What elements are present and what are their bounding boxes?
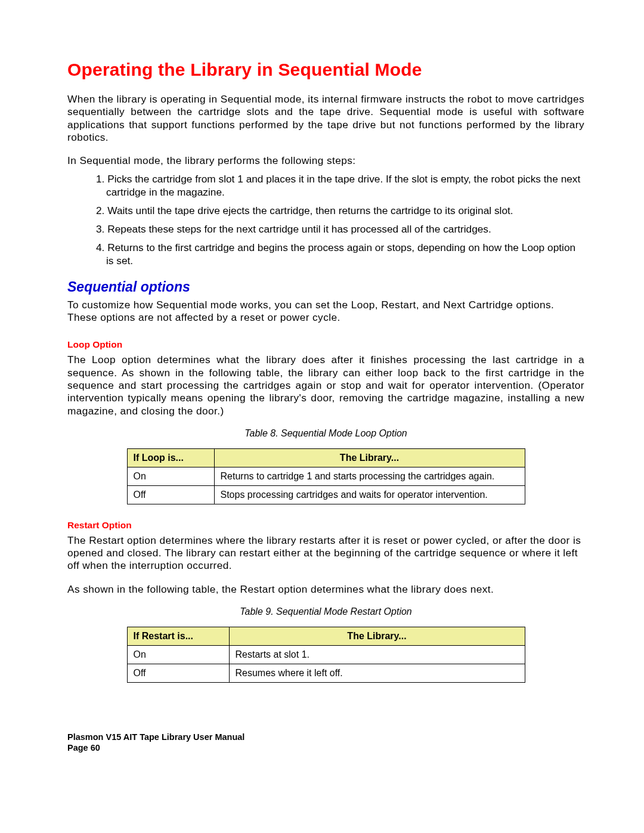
- intro-paragraph-2: In Sequential mode, the library performs…: [67, 154, 584, 167]
- table-8-caption: Table 8. Sequential Mode Loop Option: [67, 428, 584, 439]
- step-item: 1. Picks the cartridge from slot 1 and p…: [96, 173, 584, 199]
- table-cell: Stops processing cartridges and waits fo…: [214, 485, 525, 504]
- restart-option-heading: Restart Option: [67, 520, 584, 531]
- restart-option-text-1: The Restart option determines where the …: [67, 534, 584, 572]
- table-9-header-2: The Library...: [229, 627, 525, 645]
- sequential-options-heading: Sequential options: [67, 279, 584, 295]
- table-9-header-1: If Restart is...: [127, 627, 229, 645]
- table-cell: On: [127, 467, 214, 485]
- table-8-header-1: If Loop is...: [127, 448, 214, 467]
- table-row: On Restarts at slot 1.: [127, 645, 525, 664]
- table-cell: Returns to cartridge 1 and starts proces…: [214, 467, 525, 485]
- table-cell: Off: [127, 485, 214, 504]
- intro-paragraph-1: When the library is operating in Sequent…: [67, 93, 584, 144]
- sequential-options-intro: To customize how Sequential mode works, …: [67, 299, 584, 324]
- table-cell: On: [127, 645, 229, 664]
- table-row: Off Resumes where it left off.: [127, 664, 525, 682]
- table-9: If Restart is... The Library... On Resta…: [127, 627, 525, 683]
- page-footer: Plasmon V15 AIT Tape Library User Manual…: [67, 732, 244, 753]
- table-cell: Off: [127, 664, 229, 682]
- step-item: 2. Waits until the tape drive ejects the…: [96, 205, 584, 217]
- table-row: Off Stops processing cartridges and wait…: [127, 485, 525, 504]
- step-item: 4. Returns to the first cartridge and be…: [96, 241, 584, 267]
- table-cell: Restarts at slot 1.: [229, 645, 525, 664]
- table-9-caption: Table 9. Sequential Mode Restart Option: [67, 606, 584, 617]
- table-cell: Resumes where it left off.: [229, 664, 525, 682]
- footer-line-1: Plasmon V15 AIT Tape Library User Manual: [67, 732, 244, 742]
- page-title: Operating the Library in Sequential Mode: [67, 60, 584, 80]
- table-row: On Returns to cartridge 1 and starts pro…: [127, 467, 525, 485]
- loop-option-text: The Loop option determines what the libr…: [67, 354, 584, 417]
- table-8: If Loop is... The Library... On Returns …: [127, 448, 525, 504]
- footer-line-2: Page 60: [67, 742, 244, 753]
- restart-option-text-2: As shown in the following table, the Res…: [67, 583, 584, 596]
- steps-list: 1. Picks the cartridge from slot 1 and p…: [67, 173, 584, 267]
- table-8-header-2: The Library...: [214, 448, 525, 467]
- loop-option-heading: Loop Option: [67, 339, 584, 350]
- page: Operating the Library in Sequential Mode…: [0, 0, 644, 833]
- step-item: 3. Repeats these steps for the next cart…: [96, 223, 584, 236]
